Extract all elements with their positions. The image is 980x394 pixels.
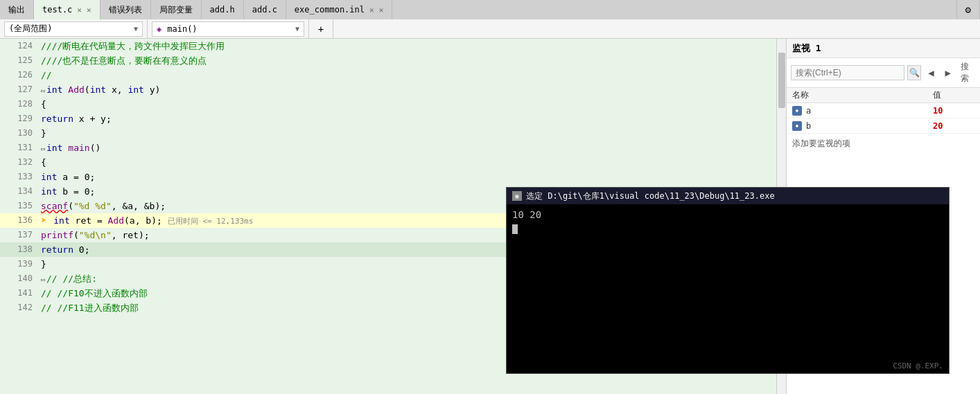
ln-142: 142 [0,301,38,315]
tab-add-c-label: add.c [252,5,277,15]
ln-132: 132 [0,155,38,170]
tab-test-c[interactable]: test.c ✕ ✕ [34,0,100,19]
col-name-label: 名称 [792,89,933,101]
arrow-icon: ➤ [41,215,46,226]
console-title: 选定 D:\git\仓库1\visual code\11_23\Debug\11… [526,190,943,202]
tab-exe-common[interactable]: exe_common.inl ✕ ✕ [286,0,392,19]
console-window: ▣ 选定 D:\git\仓库1\visual code\11_23\Debug\… [506,187,950,374]
code-text-132: { [41,157,46,168]
watch-var-name-a: a [806,106,933,116]
func-icon: ◈ [157,24,161,34]
toolbar-add: + [309,19,333,38]
ln-124: 124 [0,39,38,53]
code-line-128[interactable]: { [38,97,776,111]
code-line-130[interactable]: } [38,126,776,141]
code-text-128: { [41,99,46,109]
ln-130: 130 [0,126,38,141]
watch-add-hint[interactable]: 添加要监视的项 [787,134,980,154]
ln-131: 131 [0,141,38,155]
ln-135: 135 [0,199,38,213]
code-line-132[interactable]: { [38,155,776,170]
tab-output[interactable]: 输出 [0,0,34,19]
code-text-142: // //F11进入函数内部 [41,303,139,313]
tab-add-c[interactable]: add.c [244,0,286,19]
watch-row-b[interactable]: ◆ b 20 [787,118,980,134]
code-line-126[interactable]: // [38,68,776,82]
ln-126: 126 [0,68,38,82]
tab-local-vars-label: 局部变量 [159,4,193,16]
code-line-131[interactable]: ▭int main() [38,141,776,155]
watch-search-button[interactable]: 🔍 [907,65,921,80]
console-output-text: 10 20 [512,209,541,220]
tab-bar: 输出 test.c ✕ ✕ 错误列表 局部变量 add.h add.c exe_… [0,0,980,19]
watch-column-header: 名称 值 [787,88,980,103]
code-text-125: ////也不是任意断点，要断在有意义的点 [41,55,207,66]
scope-dropdown[interactable]: (全局范围) ▼ [4,21,143,37]
tab-test-c-label: test.c [42,5,72,15]
add-icon: + [318,24,324,35]
ln-133: 133 [0,170,38,184]
tab-add-h-label: add.h [210,5,235,15]
back-arrow-icon: ◀ [928,67,934,78]
scope-arrow-icon: ▼ [134,25,138,33]
ln-125: 125 [0,53,38,68]
col-value-label: 值 [933,89,974,101]
ln-140: 140 [0,271,38,286]
ln-127: 127 [0,82,38,97]
tab-local-vars[interactable]: 局部变量 [151,0,202,19]
tab-error-list[interactable]: 错误列表 [100,0,151,19]
watch-search-bar: 🔍 ◀ ▶ 搜索 [787,58,980,88]
watch-var-icon-a: ◆ [792,106,802,116]
ln-129: 129 [0,111,38,126]
watch-var-name-b: b [806,121,933,131]
toolbar: (全局范围) ▼ ◈ main() ▼ + [0,19,980,39]
search-icon: 🔍 [909,68,920,78]
code-text-141: // //F10不进入函数内部 [41,288,148,298]
code-text-124: ////断电在代码量大，跨文件中发挥巨大作用 [41,41,225,51]
tab-settings-btn[interactable]: ⚙ [956,0,980,19]
fold-127-icon[interactable]: ▭ [41,87,45,94]
ln-137: 137 [0,228,38,242]
ln-134: 134 [0,184,38,199]
console-cursor [512,224,518,234]
ln-138: 138 [0,242,38,257]
tab-add-h[interactable]: add.h [202,0,244,19]
close-exe-common-icon[interactable]: ✕ [369,6,374,15]
code-line-129[interactable]: return x + y; [38,111,776,126]
code-text-139: } [41,259,46,269]
ln-128: 128 [0,97,38,111]
watch-var-value-a: 10 [933,106,974,116]
close-test-c-icon[interactable]: ✕ [77,6,82,15]
func-arrow-icon: ▼ [295,25,299,33]
code-line-127[interactable]: ▭int Add(int x, int y) [38,82,776,97]
watch-back-button[interactable]: ◀ [924,65,938,80]
console-titlebar: ▣ 选定 D:\git\仓库1\visual code\11_23\Debug\… [507,188,949,204]
console-app-icon: ▣ [512,191,522,201]
console-content: 10 20 [507,204,949,373]
forward-arrow-icon: ▶ [945,67,951,78]
watch-forward-button[interactable]: ▶ [941,65,955,80]
code-line-125[interactable]: ////也不是任意断点，要断在有意义的点 [38,53,776,68]
watch-row-a[interactable]: ◆ a 10 [787,103,980,118]
watch-header: 监视 1 [787,39,980,58]
code-text-130: } [41,128,46,138]
line-numbers: 124 125 126 127 128 129 130 131 132 133 … [0,39,38,394]
pin-test-c-icon: ✕ [87,6,91,15]
watch-var-icon-b: ◆ [792,121,802,131]
tab-error-list-label: 错误列表 [109,4,142,16]
scrollbar-thumb[interactable] [778,53,785,108]
ln-139: 139 [0,257,38,271]
watch-search-input[interactable] [791,65,904,80]
add-tab-button[interactable]: + [313,21,329,37]
console-output-line: 10 20 [512,208,943,222]
watch-var-value-b: 20 [933,121,974,131]
toolbar-middle: ◈ main() ▼ [148,19,309,38]
func-dropdown[interactable]: ◈ main() ▼ [152,21,304,37]
toolbar-left: (全局范围) ▼ [0,19,148,38]
ln-136: 136 [0,213,38,228]
fold-140-icon[interactable]: ▭ [41,276,45,283]
code-text-126: // [41,70,52,80]
code-line-133[interactable]: int a = 0; [38,170,776,184]
code-line-124[interactable]: ////断电在代码量大，跨文件中发挥巨大作用 [38,39,776,53]
fold-131-icon[interactable]: ▭ [41,145,45,152]
